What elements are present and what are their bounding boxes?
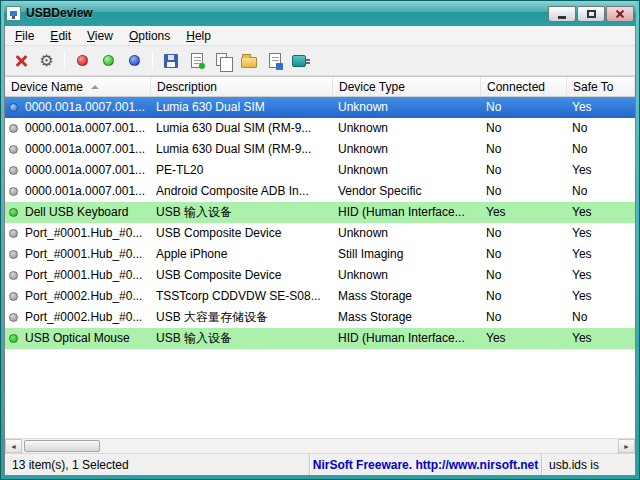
cell-device-type: Unknown xyxy=(333,223,481,244)
html-report-icon[interactable] xyxy=(263,49,286,72)
toolbar-separator xyxy=(64,51,65,70)
cell-connected: No xyxy=(481,139,567,160)
cell-device-type: Unknown xyxy=(333,265,481,286)
column-header-device-type[interactable]: Device Type xyxy=(333,77,481,96)
table-row[interactable]: Port_#0001.Hub_#0... USB Composite Devic… xyxy=(5,265,635,286)
column-header-row: Device Name Description Device Type Conn… xyxy=(5,77,635,97)
column-header-safe-to[interactable]: Safe To xyxy=(567,77,635,96)
cell-safe-to: Yes xyxy=(567,202,635,223)
cell-connected: No xyxy=(481,223,567,244)
sort-ascending-icon xyxy=(91,85,99,89)
save-icon[interactable] xyxy=(159,49,182,72)
cell-connected: No xyxy=(481,97,567,118)
device-status-icon xyxy=(9,250,18,259)
device-list-view: Device Name Description Device Type Conn… xyxy=(5,76,635,453)
toolbar-separator xyxy=(152,51,153,70)
cell-device-type: Unknown xyxy=(333,118,481,139)
cell-device-name: Dell USB Keyboard xyxy=(5,202,151,223)
scrollbar-track[interactable] xyxy=(22,439,618,453)
window-title: USBDeview xyxy=(26,6,93,20)
cell-safe-to: Yes xyxy=(567,97,635,118)
blue-ball-icon[interactable] xyxy=(123,49,146,72)
table-row[interactable]: 0000.001a.0007.001... Lumia 630 Dual SIM… xyxy=(5,139,635,160)
cell-device-name: Port_#0002.Hub_#0... xyxy=(5,286,151,307)
table-row[interactable]: Port_#0002.Hub_#0... USB 大容量存储设备 Mass St… xyxy=(5,307,635,328)
cell-connected: No xyxy=(481,244,567,265)
table-row[interactable]: 0000.001a.0007.001... PE-TL20 Unknown No… xyxy=(5,160,635,181)
cell-device-name: Port_#0001.Hub_#0... xyxy=(5,244,151,265)
green-ball-icon[interactable] xyxy=(97,49,120,72)
minimize-icon xyxy=(558,16,566,19)
maximize-button[interactable] xyxy=(577,6,605,22)
status-bar: 13 item(s), 1 Selected NirSoft Freeware.… xyxy=(5,453,635,475)
cell-description: Android Composite ADB In... xyxy=(151,181,333,202)
column-header-connected[interactable]: Connected xyxy=(481,77,567,96)
cell-connected: No xyxy=(481,118,567,139)
column-header-description[interactable]: Description xyxy=(151,77,333,96)
copy-icon[interactable] xyxy=(211,49,234,72)
settings-gear-icon[interactable]: ⚙ xyxy=(35,49,58,72)
cell-device-name: Port_#0001.Hub_#0... xyxy=(5,265,151,286)
table-row[interactable]: Port_#0002.Hub_#0... TSSTcorp CDDVDW SE-… xyxy=(5,286,635,307)
table-row[interactable]: Port_#0001.Hub_#0... Apple iPhone Still … xyxy=(5,244,635,265)
cell-device-name: Port_#0001.Hub_#0... xyxy=(5,223,151,244)
titlebar[interactable]: USBDeview xyxy=(4,1,636,25)
open-folder-icon[interactable] xyxy=(237,49,260,72)
cell-device-type: Mass Storage xyxy=(333,286,481,307)
menu-help[interactable]: Help xyxy=(178,27,219,45)
scrollbar-thumb[interactable] xyxy=(24,440,100,452)
properties-icon[interactable] xyxy=(185,49,208,72)
table-row[interactable]: Port_#0001.Hub_#0... USB Composite Devic… xyxy=(5,223,635,244)
table-row[interactable]: 0000.001a.0007.001... Lumia 630 Dual SIM… xyxy=(5,118,635,139)
red-ball-icon[interactable] xyxy=(71,49,94,72)
cell-device-name: USB Optical Mouse xyxy=(5,328,151,349)
cell-device-name: 0000.001a.0007.001... xyxy=(5,160,151,181)
nirsoft-link[interactable]: NirSoft Freeware. http://www.nirsoft.net xyxy=(310,454,542,475)
cell-description: USB 输入设备 xyxy=(151,328,333,349)
device-status-icon xyxy=(9,208,18,217)
cell-connected: No xyxy=(481,307,567,328)
cell-description: USB Composite Device xyxy=(151,265,333,286)
menu-options[interactable]: Options xyxy=(121,27,178,45)
cell-safe-to: Yes xyxy=(567,328,635,349)
cell-device-type: Mass Storage xyxy=(333,307,481,328)
device-status-icon xyxy=(9,187,18,196)
cell-device-type: Vendor Specific xyxy=(333,181,481,202)
cell-device-name: 0000.001a.0007.001... xyxy=(5,118,151,139)
window-controls xyxy=(548,4,634,22)
close-button[interactable] xyxy=(606,6,634,22)
status-items-count: 13 item(s), 1 Selected xyxy=(5,454,310,475)
table-row[interactable]: 0000.001a.0007.001... Lumia 630 Dual SIM… xyxy=(5,97,635,118)
cell-safe-to: No xyxy=(567,139,635,160)
menu-file[interactable]: File xyxy=(7,27,42,45)
menu-edit[interactable]: Edit xyxy=(42,27,79,45)
exit-icon[interactable] xyxy=(289,49,312,72)
cell-connected: Yes xyxy=(481,328,567,349)
scroll-left-icon[interactable]: ◄ xyxy=(5,439,22,453)
table-row[interactable]: USB Optical Mouse USB 输入设备 HID (Human In… xyxy=(5,328,635,349)
maximize-icon xyxy=(587,10,596,18)
minimize-button[interactable] xyxy=(548,6,576,22)
table-row[interactable]: Dell USB Keyboard USB 输入设备 HID (Human In… xyxy=(5,202,635,223)
client-area: File Edit View Options Help ⚙ Device N xyxy=(4,25,636,476)
column-header-device-name[interactable]: Device Name xyxy=(5,77,151,96)
cell-connected: No xyxy=(481,286,567,307)
cell-safe-to: Yes xyxy=(567,286,635,307)
horizontal-scrollbar[interactable]: ◄ ► xyxy=(5,438,635,453)
cell-safe-to: No xyxy=(567,181,635,202)
device-status-icon xyxy=(9,313,18,322)
scroll-right-icon[interactable]: ► xyxy=(618,439,635,453)
cell-safe-to: No xyxy=(567,118,635,139)
cell-device-type: Unknown xyxy=(333,160,481,181)
cell-device-type: HID (Human Interface... xyxy=(333,202,481,223)
cell-connected: No xyxy=(481,265,567,286)
toolbar: ⚙ xyxy=(5,46,635,76)
cell-description: USB 大容量存储设备 xyxy=(151,307,333,328)
menu-view[interactable]: View xyxy=(79,27,121,45)
cell-safe-to: Yes xyxy=(567,160,635,181)
uninstall-icon[interactable] xyxy=(9,49,32,72)
device-status-icon xyxy=(9,166,18,175)
menu-bar: File Edit View Options Help xyxy=(5,26,635,46)
usbdeview-window: USBDeview File Edit View Options Help ⚙ xyxy=(0,0,640,480)
table-row[interactable]: 0000.001a.0007.001... Android Composite … xyxy=(5,181,635,202)
